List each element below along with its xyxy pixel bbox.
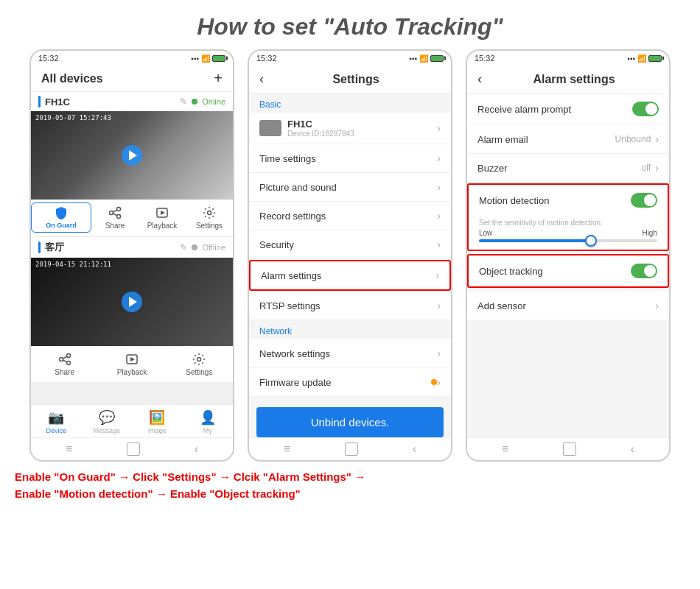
device2-edit-icon[interactable]: ✎ [180, 242, 187, 253]
rtsp-settings-item[interactable]: RTSP settings › [249, 292, 451, 320]
device2-status-text: Offline [202, 243, 225, 252]
alarm-email-row[interactable]: Alarm email Unbound › [467, 125, 669, 154]
phone2-back-button[interactable]: ‹ [259, 71, 264, 87]
security-label: Security [259, 239, 437, 250]
device-nav-icon: 📷 [48, 409, 64, 426]
phone1-menu-icon[interactable]: ≡ [66, 442, 72, 456]
settings-button[interactable]: Settings [186, 202, 233, 233]
phone3-status-bar: 15:32 ▪▪▪ 📶 [467, 51, 669, 66]
alarm-settings-item[interactable]: Alarm settings › [249, 260, 451, 291]
phone1-wifi-icon: 📶 [201, 54, 210, 63]
device2-share-label: Share [55, 368, 74, 376]
device2-share-button[interactable]: Share [31, 349, 98, 379]
phone3-menu-icon[interactable]: ≡ [502, 442, 508, 456]
phone3-back-icon[interactable]: ‹ [631, 442, 634, 456]
nav-my-button[interactable]: 👤 My [183, 405, 234, 437]
device1-name: FH1C [45, 96, 175, 107]
svg-marker-6 [161, 211, 165, 215]
phone1: 15:32 ▪▪▪ 📶 All devices + FH1C ✎ Online [29, 49, 234, 462]
play-triangle2-icon [129, 297, 137, 307]
receive-alarm-label: Receive alarm prompt [477, 104, 632, 115]
device-item-2: 客厅 ✎ Offline 2019-04-15 21:12:11 [31, 237, 233, 382]
playback-icon [155, 205, 169, 220]
phone3-home-icon[interactable] [563, 442, 576, 456]
phone2-back-icon[interactable]: ‹ [413, 442, 416, 456]
share-button[interactable]: Share [91, 202, 139, 233]
settings-icon [202, 205, 217, 220]
svg-point-15 [197, 358, 201, 361]
sensitivity-slider[interactable] [479, 239, 657, 242]
phone3-back-button[interactable]: ‹ [477, 71, 482, 87]
device-nav-label: Device [46, 427, 66, 434]
time-settings-item[interactable]: Time settings › [249, 144, 451, 173]
phone3-header: ‹ Alarm settings [467, 66, 669, 94]
device2-play-button[interactable] [122, 292, 142, 312]
svg-line-12 [63, 360, 66, 362]
nav-message-button[interactable]: 💬 Message [82, 405, 133, 437]
buzzer-value: off [641, 163, 651, 173]
svg-point-9 [59, 358, 63, 361]
device2-playback-label: Playback [117, 368, 147, 376]
alarm-settings-label: Alarm settings [261, 270, 435, 281]
network-settings-item[interactable]: Network settings › [249, 339, 451, 368]
time-settings-label: Time settings [259, 153, 437, 164]
phone1-back-icon[interactable]: ‹ [195, 442, 198, 456]
phone2-header: ‹ Settings [249, 66, 451, 94]
on-guard-button[interactable]: On Guard [31, 202, 91, 233]
add-device-button[interactable]: + [214, 70, 223, 87]
svg-line-11 [63, 356, 66, 359]
firmware-update-item[interactable]: Firmware update › [249, 368, 451, 397]
device-info-id: Device ID:18287843 [287, 130, 431, 138]
sensitivity-labels: Low High [479, 229, 657, 237]
unbind-button[interactable]: Unbind devices. [256, 407, 444, 437]
record-settings-chevron: › [437, 210, 441, 222]
device1-status-text: Online [202, 97, 225, 106]
firmware-update-label: Firmware update [259, 377, 428, 388]
share-icon [108, 205, 122, 220]
sensitivity-low-label: Low [479, 229, 492, 237]
device1-play-button[interactable] [122, 145, 142, 166]
basic-section-label: Basic [249, 94, 451, 113]
phone2-menu-icon[interactable]: ≡ [284, 442, 290, 456]
sensitivity-hint: Set the sensitivity of motion detection. [479, 219, 657, 227]
playback-button[interactable]: Playback [139, 202, 186, 233]
firmware-update-chevron: › [437, 376, 441, 388]
sensitivity-high-label: High [642, 229, 657, 237]
device2-settings-button[interactable]: Settings [166, 349, 233, 379]
settings-label: Settings [196, 222, 223, 230]
network-settings-label: Network settings [259, 348, 437, 359]
security-chevron: › [437, 239, 441, 250]
bottom-caption: Enable "On Guard" → Click "Settings" → C… [0, 462, 700, 502]
device2-camera-preview: 2019-04-15 21:12:11 [31, 258, 233, 346]
phone1-bottom-nav: 📷 Device 💬 Message 🖼️ Image 👤 My [31, 404, 233, 437]
record-settings-item[interactable]: Record settings › [249, 202, 451, 230]
device2-status-dot [192, 244, 197, 250]
nav-device-button[interactable]: 📷 Device [31, 405, 82, 437]
phone3-title: Alarm settings [489, 73, 659, 86]
svg-point-1 [110, 211, 113, 215]
motion-detection-toggle[interactable] [631, 193, 657, 208]
buzzer-row[interactable]: Buzzer off › [467, 154, 669, 183]
add-sensor-row[interactable]: Add sensor › [467, 291, 669, 320]
object-tracking-label: Object tracking [479, 266, 631, 277]
security-item[interactable]: Security › [249, 230, 451, 259]
device1-status-dot [192, 99, 197, 105]
picture-sound-item[interactable]: Picture and sound › [249, 173, 451, 202]
add-sensor-chevron: › [655, 300, 659, 311]
playback-label: Playback [147, 222, 178, 230]
device-item-1: FH1C ✎ Online 2019-05-07 15:27:43 [31, 92, 233, 236]
nav-image-button[interactable]: 🖼️ Image [132, 405, 183, 437]
device2-playback-button[interactable]: Playback [98, 349, 165, 379]
object-tracking-row: Object tracking [469, 255, 668, 286]
phone2-home-icon[interactable] [345, 442, 358, 456]
device1-edit-icon[interactable]: ✎ [180, 96, 187, 107]
image-nav-label: Image [148, 427, 167, 434]
object-tracking-toggle[interactable] [631, 264, 657, 278]
svg-point-0 [117, 208, 121, 211]
on-guard-icon [54, 205, 69, 220]
rtsp-settings-chevron: › [437, 300, 441, 311]
motion-detection-label: Motion detection [479, 195, 631, 206]
receive-alarm-toggle[interactable] [632, 102, 659, 116]
phone1-home-icon[interactable] [127, 442, 140, 456]
device-info-row[interactable]: FH1C Device ID:18287843 › [249, 113, 451, 144]
